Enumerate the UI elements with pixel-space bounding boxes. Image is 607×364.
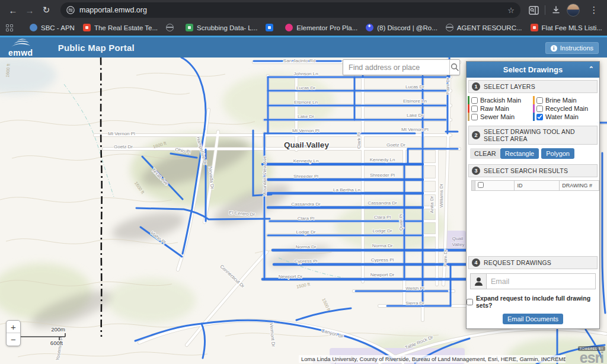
layer-brackish-main[interactable]: Brackish Main [468,96,533,104]
bookmark-item[interactable] [266,24,277,31]
layer-checkbox[interactable] [536,114,543,120]
browser-menu-icon[interactable]: ⋮ [587,3,601,17]
layer-checkbox[interactable] [471,114,478,120]
svg-text:Palm Dr: Palm Dr [445,77,451,94]
svg-text:Cassandra Dr: Cassandra Dr [368,200,397,206]
forward-icon[interactable]: → [23,3,37,17]
step-number-badge: 4 [472,258,480,267]
profile-avatar[interactable] [567,4,580,17]
step-number-badge: 2 [472,131,480,139]
site-settings-icon[interactable] [66,6,75,14]
side-search-icon[interactable] [529,6,539,15]
svg-text:Norma Dr: Norma Dr [372,243,393,248]
zoom-control: + − [6,320,21,346]
reload-icon[interactable]: ↻ [39,3,53,17]
svg-text:Lake Dr: Lake Dr [298,114,314,119]
email-input-group [470,273,596,289]
layer-raw-main[interactable]: Raw Main [468,104,533,113]
bookmark-item[interactable]: SBC - APN [30,24,75,31]
section-select-layers: 1 SELECT LAYERS [468,80,598,93]
bookmark-item[interactable] [166,24,177,31]
back-icon[interactable]: ← [6,3,20,17]
rectangle-tool-button[interactable]: Rectangle [500,148,539,159]
toolbar-separator [545,5,545,15]
map-attribution: Loma Linda University, County of Riversi… [299,355,566,363]
search-input[interactable] [343,60,449,75]
person-icon [470,273,486,289]
drawing-tools-row: CLEAR Rectangle Polygon [467,146,599,162]
emwd-wordmark: emwd [8,49,33,57]
svg-text:Clara Pl: Clara Pl [374,215,391,220]
step-number-badge: 3 [472,167,480,175]
email-field[interactable] [486,273,596,289]
layer-checkbox-list: Brackish Main Raw Main Sewer Main Brine … [467,95,599,123]
bookmark-item[interactable]: Elementor Pro Pla... [285,24,357,31]
svg-text:Mountain View Ave: Mountain View Ave [262,156,267,196]
bookmark-favicon [186,24,193,31]
svg-text:Lodge Dr: Lodge Dr [373,228,392,234]
map-search-box[interactable] [343,59,460,75]
zoom-in-button[interactable]: + [7,321,20,333]
svg-text:Lake Dr: Lake Dr [407,113,423,118]
results-list-empty [467,191,599,254]
bookmark-favicon [83,24,91,31]
svg-text:Quail: Quail [452,236,464,241]
bookmark-label: Scrubbing Data- L... [197,24,257,31]
expand-request-checkbox[interactable] [467,299,473,305]
layer-sewer-main[interactable]: Sewer Main [468,113,533,121]
polygon-tool-button[interactable]: Polygon [541,148,574,159]
emwd-wave-icon [10,39,31,48]
bookmark-star-icon[interactable]: ☆ [507,6,515,15]
svg-text:Newport Dr: Newport Dr [279,274,303,279]
section-title: REQUEST DRAWINGS [484,259,551,266]
drawing-column-header: DRAWING # [560,181,599,191]
svg-text:Kennedy Ln: Kennedy Ln [370,157,395,162]
address-bar[interactable]: mapportal.emwd.org ☆ [60,2,520,18]
svg-text:Johnson Ln: Johnson Ln [293,71,318,76]
svg-text:Mt Vernon Pl: Mt Vernon Pl [108,131,135,136]
esri-wordmark: esri [578,352,605,363]
clear-button[interactable]: CLEAR [470,148,500,159]
svg-text:Newport Dr: Newport Dr [370,272,395,277]
esri-logo: POWERED BY esri [578,341,605,363]
section-search-results: 3 SELECT SEARCH RESULTS [468,164,598,177]
bookmark-item[interactable]: The Real Estate Te... [83,24,158,31]
apps-grid-icon[interactable] [6,24,13,31]
svg-text:Kennedy Ln: Kennedy Ln [293,158,319,164]
layer-checkbox[interactable] [536,106,543,112]
layer-checkbox[interactable] [536,97,543,104]
instructions-button[interactable]: i Instructions [545,42,599,54]
svg-text:Shreeder Pl: Shreeder Pl [370,173,395,178]
svg-text:Cypress Pl: Cypress Pl [295,258,318,264]
search-button[interactable] [449,60,459,75]
select-all-cell [475,181,515,191]
bookmark-item[interactable]: (8) Discord | @Ro... [366,24,437,31]
bookmark-item[interactable]: AGENT RESOURC... [446,24,522,31]
layer-water-main[interactable]: Water Main [533,113,598,121]
select-all-checkbox[interactable] [478,182,484,188]
panel-header[interactable]: Select Drawings ⌃ [467,62,599,78]
step-number-badge: 1 [472,82,480,91]
bookmark-item[interactable]: Flat Fee MLS Listi... [531,24,602,31]
svg-text:Palm Dr: Palm Dr [443,249,448,266]
layer-checkbox[interactable] [471,97,478,104]
layer-brine-main[interactable]: Brine Main [533,96,598,104]
discord-icon [366,24,373,31]
expand-request-label: Expand request to include full drawing s… [476,295,599,309]
chevron-up-icon[interactable]: ⌃ [589,65,594,73]
svg-text:Norma Dr: Norma Dr [296,244,317,250]
scale-imperial-label: 600ft [50,340,63,346]
app-header: emwd Public Map Portal i Instructions [0,36,607,58]
svg-text:Clara Pl: Clara Pl [298,216,315,221]
layer-recycled-main[interactable]: Recycled Main [533,104,598,113]
email-documents-button[interactable]: Email Documents [503,314,563,324]
layer-checkbox[interactable] [471,106,478,112]
zoom-out-button[interactable]: − [7,333,20,346]
bookmark-item[interactable]: Scrubbing Data- L... [186,24,257,31]
svg-text:Cypress Pl: Cypress Pl [371,257,394,263]
layer-label: Brine Main [545,97,577,104]
emwd-logo[interactable]: emwd [8,39,33,57]
bookmark-label: AGENT RESOURC... [457,24,522,31]
download-icon[interactable] [551,5,561,15]
svg-text:Valley: Valley [452,242,464,247]
